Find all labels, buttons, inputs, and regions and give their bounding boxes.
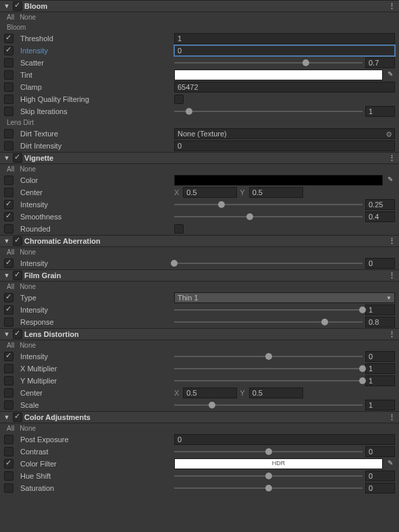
vignette-color-override[interactable]	[4, 176, 14, 185]
vignette-center-y[interactable]	[249, 187, 303, 198]
bloom-scatter-field[interactable]	[365, 57, 395, 68]
coloradj-colorfilter-override[interactable]	[4, 459, 14, 469]
coloradj-postexp-override[interactable]	[4, 435, 14, 444]
bloom-dirttex-override[interactable]	[4, 129, 14, 138]
section-header-vignette[interactable]: ▼Vignette⋮	[0, 152, 399, 164]
lensdist-xmult-override[interactable]	[4, 364, 14, 373]
none-button[interactable]: None	[20, 425, 36, 432]
vignette-intensity-field[interactable]	[365, 199, 395, 210]
bloom-skip-slider[interactable]	[174, 106, 363, 117]
vignette-intensity-override[interactable]	[4, 200, 14, 209]
section-header-filmgrain[interactable]: ▼Film Grain⋮	[0, 269, 399, 282]
lensdist-center-y[interactable]	[249, 388, 303, 398]
eyedropper-icon[interactable]: ✎	[385, 459, 395, 469]
lensdist-scale-override[interactable]	[4, 400, 14, 410]
bloom-tint-color[interactable]	[174, 70, 383, 80]
vignette-smoothness-override[interactable]	[4, 212, 14, 221]
all-button[interactable]: All	[7, 248, 14, 256]
lensdist-xmult-slider[interactable]	[174, 363, 363, 374]
bloom-clamp-field[interactable]	[174, 82, 395, 92]
eyedropper-icon[interactable]: ✎	[385, 70, 395, 80]
chromab-intensity-field[interactable]	[365, 258, 395, 269]
coloradj-colorfilter-color[interactable]: HDR	[174, 458, 383, 469]
section-header-coloradj[interactable]: ▼Color Adjustments⋮	[0, 411, 399, 423]
bloom-dirtint-override[interactable]	[4, 141, 14, 151]
coloradj-hueshift-field[interactable]	[365, 471, 395, 481]
none-button[interactable]: None	[20, 165, 36, 173]
none-button[interactable]: None	[20, 248, 36, 256]
kebab-menu-icon[interactable]: ⋮	[388, 330, 399, 339]
kebab-menu-icon[interactable]: ⋮	[388, 2, 399, 11]
all-button[interactable]: All	[7, 14, 14, 21]
chromab-intensity-override[interactable]	[4, 259, 14, 268]
coloradj-postexp-field[interactable]	[174, 434, 395, 445]
vignette-smoothness-slider[interactable]	[174, 211, 363, 222]
filmgrain-type-dropdown[interactable]: Thin 1▼	[174, 292, 395, 303]
all-button[interactable]: All	[7, 165, 14, 173]
object-picker-icon[interactable]: ⊙	[386, 130, 392, 138]
filmgrain-response-override[interactable]	[4, 317, 14, 327]
vignette-center-override[interactable]	[4, 188, 14, 197]
kebab-menu-icon[interactable]: ⋮	[388, 237, 399, 246]
bloom-hqf-toggle[interactable]	[174, 95, 184, 104]
bloom-tint-override[interactable]	[4, 70, 14, 80]
lensdist-scale-slider[interactable]	[174, 400, 363, 410]
coloradj-contrast-override[interactable]	[4, 447, 14, 456]
foldout-icon[interactable]: ▼	[3, 238, 11, 244]
all-button[interactable]: All	[7, 342, 14, 349]
foldout-icon[interactable]: ▼	[3, 331, 11, 338]
lensdist-ymult-field[interactable]	[365, 375, 395, 386]
none-button[interactable]: None	[20, 283, 36, 290]
filmgrain-intensity-field[interactable]	[365, 304, 395, 315]
bloom-skip-override[interactable]	[4, 107, 14, 116]
lensdist-center-override[interactable]	[4, 388, 14, 398]
vignette-rounded-toggle[interactable]	[174, 224, 184, 234]
none-button[interactable]: None	[20, 14, 36, 21]
vignette-smoothness-field[interactable]	[365, 211, 395, 222]
filmgrain-intensity-slider[interactable]	[174, 304, 363, 315]
lensdist-intensity-override[interactable]	[4, 352, 14, 361]
lensdist-intensity-field[interactable]	[365, 351, 395, 362]
eyedropper-icon[interactable]: ✎	[385, 176, 395, 185]
coloradj-contrast-field[interactable]	[365, 446, 395, 457]
bloom-threshold-override[interactable]	[4, 34, 14, 43]
filmgrain-response-slider[interactable]	[174, 317, 363, 327]
vignette-enable[interactable]	[13, 153, 22, 163]
section-header-chromab[interactable]: ▼Chromatic Aberration⋮	[0, 235, 399, 247]
foldout-icon[interactable]: ▼	[3, 272, 11, 279]
bloom-skip-field[interactable]	[365, 106, 395, 117]
kebab-menu-icon[interactable]: ⋮	[388, 413, 399, 422]
bloom-dirttex-object[interactable]: None (Texture)⊙	[174, 128, 395, 139]
vignette-color-color[interactable]	[174, 175, 383, 186]
vignette-intensity-slider[interactable]	[174, 199, 363, 210]
lensdist-scale-field[interactable]	[365, 400, 395, 410]
vignette-rounded-override[interactable]	[4, 224, 14, 234]
coloradj-hueshift-override[interactable]	[4, 471, 14, 481]
coloradj-enable[interactable]	[13, 413, 22, 422]
kebab-menu-icon[interactable]: ⋮	[388, 271, 399, 280]
lensdist-center-x[interactable]	[183, 388, 237, 398]
filmgrain-type-override[interactable]	[4, 293, 14, 302]
coloradj-contrast-slider[interactable]	[174, 446, 363, 457]
filmgrain-enable[interactable]	[13, 271, 22, 280]
chromab-enable[interactable]	[13, 236, 22, 246]
none-button[interactable]: None	[20, 342, 36, 349]
all-button[interactable]: All	[7, 283, 14, 290]
bloom-dirtint-field[interactable]	[174, 140, 395, 151]
bloom-hqf-override[interactable]	[4, 95, 14, 104]
bloom-clamp-override[interactable]	[4, 82, 14, 92]
filmgrain-response-field[interactable]	[365, 317, 395, 327]
all-button[interactable]: All	[7, 425, 14, 432]
section-header-lensdist[interactable]: ▼Lens Distortion⋮	[0, 328, 399, 340]
coloradj-hueshift-slider[interactable]	[174, 471, 363, 481]
foldout-icon[interactable]: ▼	[3, 3, 11, 9]
chromab-intensity-slider[interactable]	[174, 258, 363, 269]
bloom-scatter-override[interactable]	[4, 58, 14, 68]
foldout-icon[interactable]: ▼	[3, 414, 11, 421]
lensdist-xmult-field[interactable]	[365, 363, 395, 374]
vignette-center-x[interactable]	[183, 187, 237, 198]
lensdist-enable[interactable]	[13, 329, 22, 339]
coloradj-saturation-slider[interactable]	[174, 483, 363, 494]
lensdist-ymult-override[interactable]	[4, 376, 14, 385]
kebab-menu-icon[interactable]: ⋮	[388, 154, 399, 163]
